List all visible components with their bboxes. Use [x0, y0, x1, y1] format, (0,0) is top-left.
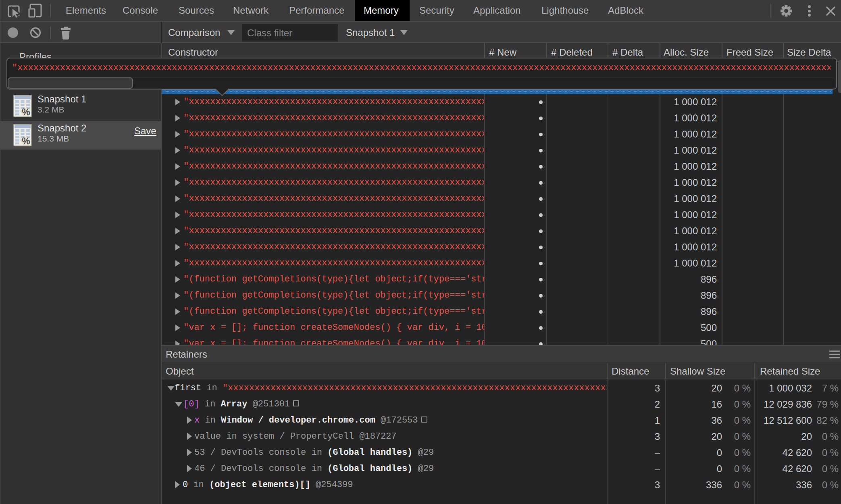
svg-text:%: % — [22, 107, 30, 117]
svg-text:%: % — [22, 136, 30, 146]
